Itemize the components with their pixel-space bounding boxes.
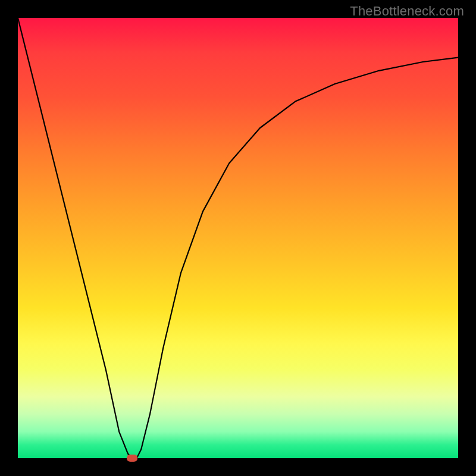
watermark-text: TheBottleneck.com — [350, 4, 464, 19]
chart-frame: TheBottleneck.com — [0, 0, 476, 476]
plot-area — [18, 18, 458, 458]
bottleneck-curve — [18, 18, 458, 458]
curve-svg — [18, 18, 458, 458]
marker-dot — [127, 455, 137, 462]
